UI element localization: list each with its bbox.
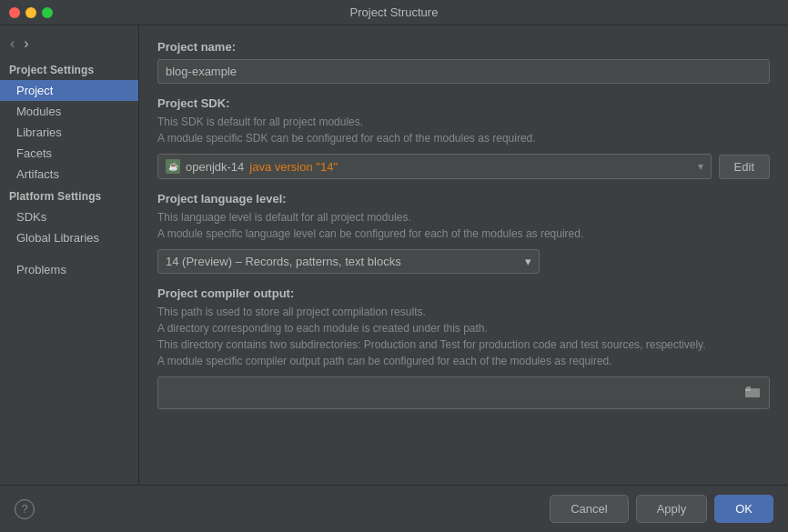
ok-button[interactable]: OK [714,495,773,523]
sidebar-item-project[interactable]: Project [0,80,138,101]
sdk-desc1: This SDK is default for all project modu… [157,114,770,146]
window-title: Project Structure [350,5,439,19]
project-name-input[interactable] [157,59,770,84]
sidebar-item-sdks[interactable]: SDKs [0,206,138,227]
nav-back-forward: ‹ › [0,33,138,58]
compiler-output-box [157,376,770,409]
sdk-icon: ☕ [166,159,180,174]
language-level-desc: This language level is default for all p… [157,209,770,242]
chevron-down-icon: ▾ [525,255,531,268]
content-area: Project name: Project SDK: This SDK is d… [139,25,788,485]
compiler-output-title: Project compiler output: [157,286,770,300]
platform-settings-label: Platform Settings [0,185,138,206]
forward-button[interactable]: › [21,36,31,51]
browse-folder-button[interactable] [742,384,763,403]
main-layout: ‹ › Project Settings Project Modules Lib… [0,25,788,485]
sidebar-item-problems[interactable]: Problems [0,259,138,280]
sidebar-item-libraries[interactable]: Libraries [0,122,138,143]
close-button[interactable] [9,7,20,18]
svg-rect-2 [746,386,751,389]
help-button[interactable]: ? [15,499,35,519]
maximize-button[interactable] [42,7,53,18]
sdk-dropdown[interactable]: ☕ openjdk-14 java version "14" ▾ [157,154,712,179]
language-level-title: Project language level: [157,192,770,206]
window-controls [9,7,53,18]
sidebar: ‹ › Project Settings Project Modules Lib… [0,25,139,485]
sidebar-item-modules[interactable]: Modules [0,101,138,122]
sdk-title: Project SDK: [157,96,770,110]
sdk-name: openjdk-14 [186,160,244,174]
title-bar: Project Structure [0,0,788,25]
sidebar-item-artifacts[interactable]: Artifacts [0,164,138,185]
language-level-value: 14 (Preview) – Records, patterns, text b… [166,255,401,268]
project-name-label: Project name: [157,40,770,54]
edit-sdk-button[interactable]: Edit [719,155,770,179]
language-level-dropdown[interactable]: 14 (Preview) – Records, patterns, text b… [157,249,540,274]
sidebar-item-facets[interactable]: Facets [0,143,138,164]
sdk-version: java version "14" [249,160,338,174]
back-button[interactable]: ‹ [7,36,17,51]
minimize-button[interactable] [25,7,36,18]
compiler-output-desc: This path is used to store all project c… [157,304,770,369]
chevron-down-icon: ▾ [698,160,703,173]
sidebar-item-global-libraries[interactable]: Global Libraries [0,227,138,248]
action-buttons: Cancel Apply OK [550,495,773,523]
cancel-button[interactable]: Cancel [550,495,628,523]
apply-button[interactable]: Apply [636,495,708,523]
project-settings-label: Project Settings [0,58,138,80]
sdk-row: ☕ openjdk-14 java version "14" ▾ Edit [157,154,770,179]
bottom-bar: ? Cancel Apply OK [0,485,788,532]
